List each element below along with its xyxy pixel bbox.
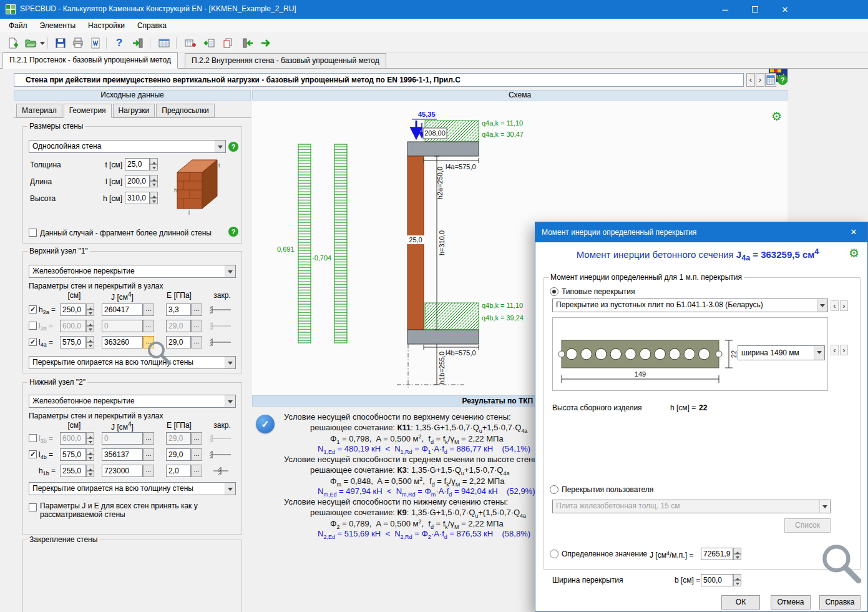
- e-input[interactable]: 3,3: [166, 304, 191, 316]
- e-browse-button[interactable]: ...: [191, 304, 202, 316]
- spin-up-icon[interactable]: [86, 448, 94, 455]
- tab-p21-pier[interactable]: П.2.1 Простенок - базовый упрощенный мет…: [2, 52, 178, 69]
- typical-slabs-radio[interactable]: [550, 287, 558, 296]
- spin-up-icon[interactable]: [150, 175, 158, 181]
- je-all-walls-checkbox[interactable]: [29, 503, 37, 511]
- row-checkbox[interactable]: [29, 434, 37, 442]
- thickness-stepper[interactable]: [150, 158, 158, 170]
- close-button[interactable]: ✕: [770, 0, 800, 19]
- upper-support-select[interactable]: Перекрытие опирается на всю толщину стен…: [29, 356, 236, 369]
- menu-item-file[interactable]: Файл: [2, 19, 34, 32]
- row-checkbox[interactable]: ✓: [29, 450, 37, 458]
- open-dropdown-caret-icon[interactable]: [40, 42, 45, 47]
- add-element-icon[interactable]: [182, 35, 198, 51]
- defined-value-input[interactable]: 72651,9: [701, 548, 733, 560]
- j-browse-button[interactable]: ...: [143, 465, 154, 477]
- next-width-button[interactable]: ›: [840, 345, 848, 355]
- lower-support-select[interactable]: Перекрытие опирается на всю толщину стен…: [29, 482, 236, 495]
- j-input[interactable]: 363260: [102, 336, 143, 348]
- menu-item-help[interactable]: Справка: [131, 19, 173, 32]
- tab-assumptions[interactable]: Предпосылки: [156, 104, 214, 117]
- row-checkbox[interactable]: ✓: [29, 305, 37, 313]
- closure-icon[interactable]: [208, 337, 233, 349]
- help-icon[interactable]: ?: [228, 142, 238, 152]
- slab-width-stepper[interactable]: [733, 574, 741, 586]
- calc-method-header[interactable]: Стена при действии преимущественно верти…: [14, 73, 744, 87]
- spin-down-icon[interactable]: [86, 471, 94, 477]
- e-browse-button[interactable]: ...: [191, 465, 202, 477]
- minimize-button[interactable]: ─: [710, 0, 740, 19]
- ok-button[interactable]: ОК: [721, 595, 760, 610]
- prev-section-button[interactable]: ‹: [746, 73, 755, 87]
- spin-down-icon[interactable]: [150, 181, 158, 187]
- e-input[interactable]: 29,0: [166, 448, 191, 461]
- wall-type-select[interactable]: Однослойная стена: [29, 140, 226, 153]
- j-browse-button[interactable]: ...: [143, 336, 154, 348]
- e-input[interactable]: 29,0: [166, 336, 191, 348]
- cancel-button[interactable]: Отмена: [771, 595, 811, 610]
- e-input[interactable]: 2,0: [166, 465, 191, 477]
- slab-width-select[interactable]: ширина 1490 мм: [738, 345, 825, 360]
- menu-item-elements[interactable]: Элементы: [34, 19, 82, 32]
- height-stepper[interactable]: [150, 192, 158, 204]
- typical-slab-select[interactable]: Перекрытие из пустотных плит по Б1.041.1…: [552, 299, 828, 312]
- dim-input[interactable]: 575,0: [60, 448, 86, 461]
- dim-stepper[interactable]: [86, 448, 94, 461]
- j-input[interactable]: 356137: [102, 448, 143, 461]
- dim-input[interactable]: 575,0: [60, 336, 86, 348]
- lower-slab-type-select[interactable]: Железобетонное перекрытие: [29, 395, 236, 408]
- spin-up-icon[interactable]: [86, 304, 94, 310]
- spin-up-icon[interactable]: [86, 465, 94, 471]
- closure-icon[interactable]: [208, 466, 233, 478]
- dim-stepper[interactable]: [86, 465, 94, 477]
- spin-up-icon[interactable]: [86, 336, 94, 342]
- help-icon[interactable]: ?: [111, 35, 127, 51]
- closure-icon[interactable]: [208, 450, 233, 461]
- dim-stepper[interactable]: [86, 336, 94, 348]
- j-input[interactable]: 260417: [102, 304, 143, 316]
- next-slab-button[interactable]: ›: [840, 300, 848, 311]
- spin-up-icon[interactable]: [150, 158, 158, 164]
- settings-gear-icon[interactable]: ⚙: [849, 247, 859, 259]
- row-checkbox[interactable]: [29, 322, 37, 330]
- j-input[interactable]: 723000: [102, 465, 143, 477]
- help-icon[interactable]: ?: [778, 75, 788, 85]
- height-input[interactable]: 310,0: [125, 192, 150, 204]
- spin-down-icon[interactable]: [150, 164, 158, 170]
- dim-stepper[interactable]: [86, 304, 94, 316]
- length-stepper[interactable]: [150, 175, 158, 187]
- new-file-icon[interactable]: [5, 35, 21, 51]
- row-checkbox[interactable]: ✓: [29, 338, 37, 346]
- user-slabs-radio[interactable]: [550, 485, 558, 494]
- tab-loads[interactable]: Нагрузки: [113, 104, 155, 117]
- spin-down-icon[interactable]: [150, 198, 158, 204]
- word-export-icon[interactable]: [87, 35, 104, 51]
- spin-up-icon[interactable]: [150, 192, 158, 198]
- exit-icon[interactable]: [130, 35, 146, 51]
- closure-icon[interactable]: [208, 305, 233, 317]
- copy-element-icon[interactable]: [220, 35, 236, 51]
- next-element-icon[interactable]: [258, 35, 275, 51]
- spin-up-icon[interactable]: [733, 574, 741, 580]
- spin-down-icon[interactable]: [86, 455, 94, 461]
- thickness-input[interactable]: 25,0: [125, 158, 150, 170]
- defined-value-radio[interactable]: [550, 550, 558, 558]
- print-icon[interactable]: [70, 35, 86, 51]
- spin-up-icon[interactable]: [733, 548, 741, 554]
- insert-element-icon[interactable]: [201, 35, 217, 51]
- length-input[interactable]: 200,0: [125, 175, 150, 187]
- prev-slab-button[interactable]: ‹: [831, 300, 839, 311]
- prev-width-button[interactable]: ‹: [831, 345, 839, 355]
- next-section-button[interactable]: ›: [756, 73, 764, 87]
- dim-input[interactable]: 255,0: [60, 465, 86, 477]
- help-icon[interactable]: ?: [228, 227, 238, 237]
- elements-table-icon[interactable]: [156, 35, 172, 51]
- menu-item-settings[interactable]: Настройки: [82, 19, 131, 32]
- help-button[interactable]: Справка: [819, 595, 861, 610]
- maximize-button[interactable]: [740, 0, 770, 19]
- spin-down-icon[interactable]: [86, 310, 94, 316]
- fragment-checkbox[interactable]: [29, 229, 37, 237]
- open-file-icon[interactable]: [22, 35, 39, 51]
- e-browse-button[interactable]: ...: [191, 336, 202, 348]
- j-browse-button[interactable]: ...: [143, 448, 154, 461]
